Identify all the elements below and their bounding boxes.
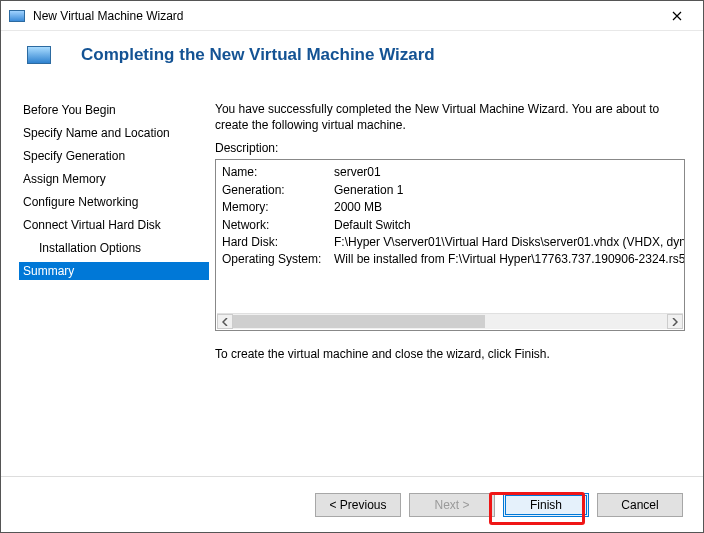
cancel-button[interactable]: Cancel (597, 493, 683, 517)
titlebar: New Virtual Machine Wizard (1, 1, 703, 31)
wizard-footer: < Previous Next > Finish Cancel (1, 476, 703, 532)
next-button: Next > (409, 493, 495, 517)
description-box: Name:server01 Generation:Generation 1 Me… (215, 159, 685, 331)
row-key: Generation: (222, 182, 334, 199)
nav-summary[interactable]: Summary (19, 262, 209, 280)
wizard-nav: Before You Begin Specify Name and Locati… (19, 87, 209, 361)
nav-installation-options[interactable]: Installation Options (19, 239, 209, 257)
window-title: New Virtual Machine Wizard (33, 9, 655, 23)
row-value: Will be installed from F:\Virtual Hyper\… (334, 251, 684, 268)
scroll-right-button[interactable] (667, 314, 683, 329)
previous-button[interactable]: < Previous (315, 493, 401, 517)
scroll-track[interactable] (233, 314, 667, 329)
nav-configure-networking[interactable]: Configure Networking (19, 193, 209, 211)
description-content: Name:server01 Generation:Generation 1 Me… (216, 160, 684, 312)
row-key: Network: (222, 217, 334, 234)
finish-button[interactable]: Finish (503, 493, 589, 517)
wizard-header: Completing the New Virtual Machine Wizar… (1, 31, 703, 87)
summary-instruction: To create the virtual machine and close … (215, 347, 685, 361)
row-key: Name: (222, 164, 334, 181)
close-icon (672, 11, 682, 21)
nav-before-you-begin[interactable]: Before You Begin (19, 101, 209, 119)
summary-intro: You have successfully completed the New … (215, 101, 685, 133)
close-button[interactable] (655, 2, 699, 30)
table-row: Name:server01 (222, 164, 678, 181)
table-row: Generation:Generation 1 (222, 182, 678, 199)
description-label: Description: (215, 141, 685, 155)
chevron-left-icon (222, 318, 228, 326)
row-value: Default Switch (334, 217, 411, 234)
scroll-left-button[interactable] (217, 314, 233, 329)
nav-specify-generation[interactable]: Specify Generation (19, 147, 209, 165)
app-icon (9, 10, 25, 22)
nav-specify-name[interactable]: Specify Name and Location (19, 124, 209, 142)
nav-assign-memory[interactable]: Assign Memory (19, 170, 209, 188)
horizontal-scrollbar[interactable] (217, 313, 683, 329)
wizard-header-title: Completing the New Virtual Machine Wizar… (81, 45, 435, 65)
scroll-thumb[interactable] (233, 315, 485, 328)
row-key: Operating System: (222, 251, 334, 268)
table-row: Operating System:Will be installed from … (222, 251, 678, 268)
row-key: Hard Disk: (222, 234, 334, 251)
row-value: Generation 1 (334, 182, 403, 199)
nav-connect-vhd[interactable]: Connect Virtual Hard Disk (19, 216, 209, 234)
row-value: 2000 MB (334, 199, 382, 216)
row-key: Memory: (222, 199, 334, 216)
table-row: Hard Disk:F:\Hyper V\server01\Virtual Ha… (222, 234, 678, 251)
wizard-content: Before You Begin Specify Name and Locati… (1, 87, 703, 361)
wizard-header-icon (27, 46, 51, 64)
table-row: Memory:2000 MB (222, 199, 678, 216)
wizard-main: You have successfully completed the New … (209, 87, 685, 361)
row-value: server01 (334, 164, 381, 181)
table-row: Network:Default Switch (222, 217, 678, 234)
row-value: F:\Hyper V\server01\Virtual Hard Disks\s… (334, 234, 684, 251)
chevron-right-icon (672, 318, 678, 326)
